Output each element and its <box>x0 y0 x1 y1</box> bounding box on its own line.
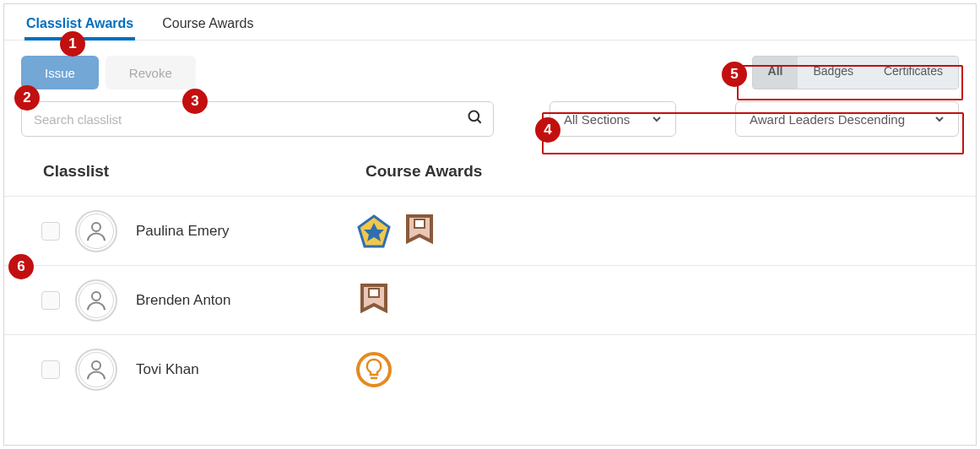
dropdowns: All Sections Award Leaders Descending <box>550 101 959 137</box>
svg-point-0 <box>469 111 479 122</box>
star-pentagon-award-icon <box>355 213 393 250</box>
filter-certificates[interactable]: Certificates <box>869 57 958 89</box>
bulb-award-icon <box>355 351 393 388</box>
search-wrap <box>21 101 494 137</box>
search-row: All Sections Award Leaders Descending <box>4 89 976 137</box>
main-tabs: Classlist Awards Course Awards <box>4 4 976 41</box>
search-input[interactable] <box>21 101 494 137</box>
book-award-icon <box>355 282 393 319</box>
sections-dropdown-label: All Sections <box>564 112 630 127</box>
chevron-down-icon <box>652 112 662 127</box>
row-checkbox[interactable] <box>41 291 60 310</box>
awards-page: 1 2 3 4 5 6 Classlist Awards Course Awar… <box>3 3 977 446</box>
awards-cell <box>355 282 393 319</box>
column-headers: Classlist Course Awards <box>4 137 976 196</box>
svg-rect-7 <box>369 289 379 297</box>
awards-cell <box>355 351 393 388</box>
issue-button[interactable]: Issue <box>21 56 99 89</box>
filter-all[interactable]: All <box>753 57 799 89</box>
callout-5: 5 <box>722 62 747 87</box>
callout-1: 1 <box>60 31 85 57</box>
toolbar: Issue Revoke All Badges Certificates <box>4 41 976 89</box>
person-icon <box>79 283 114 318</box>
table-row: Tovi Khan <box>4 334 976 403</box>
svg-line-1 <box>478 120 481 123</box>
callout-4: 4 <box>535 117 560 143</box>
table-row: Paulina Emery <box>4 196 976 265</box>
sort-dropdown[interactable]: Award Leaders Descending <box>735 101 959 137</box>
student-name: Brenden Anton <box>136 292 355 309</box>
person-icon <box>79 214 114 249</box>
avatar <box>75 349 117 391</box>
student-name: Tovi Khan <box>136 361 355 378</box>
sort-dropdown-label: Award Leaders Descending <box>750 112 905 127</box>
callout-2: 2 <box>14 85 40 111</box>
classlist-table: Paulina Emery <box>4 196 976 403</box>
header-classlist: Classlist <box>43 162 365 181</box>
person-icon <box>79 352 114 387</box>
action-buttons: Issue Revoke <box>21 56 196 89</box>
book-award-icon <box>401 213 438 250</box>
student-name: Paulina Emery <box>136 223 355 240</box>
avatar <box>75 279 117 322</box>
tab-course-awards[interactable]: Course Awards <box>160 11 255 40</box>
sections-dropdown[interactable]: All Sections <box>550 101 676 137</box>
row-checkbox[interactable] <box>41 360 60 379</box>
search-icon[interactable] <box>467 109 484 129</box>
svg-point-6 <box>92 292 100 300</box>
chevron-down-icon <box>934 112 945 127</box>
row-checkbox[interactable] <box>41 222 60 241</box>
avatar <box>75 210 117 252</box>
header-course-awards: Course Awards <box>365 162 482 181</box>
callout-6: 6 <box>8 254 34 279</box>
svg-point-2 <box>92 223 100 231</box>
filter-badges[interactable]: Badges <box>798 57 868 89</box>
award-type-filter: All Badges Certificates <box>752 56 959 89</box>
svg-point-9 <box>358 354 390 386</box>
awards-cell <box>355 213 438 250</box>
svg-point-8 <box>92 361 100 370</box>
callout-3: 3 <box>182 89 208 114</box>
table-row: Brenden Anton <box>4 265 976 334</box>
svg-rect-5 <box>414 219 425 228</box>
revoke-button[interactable]: Revoke <box>106 56 196 89</box>
